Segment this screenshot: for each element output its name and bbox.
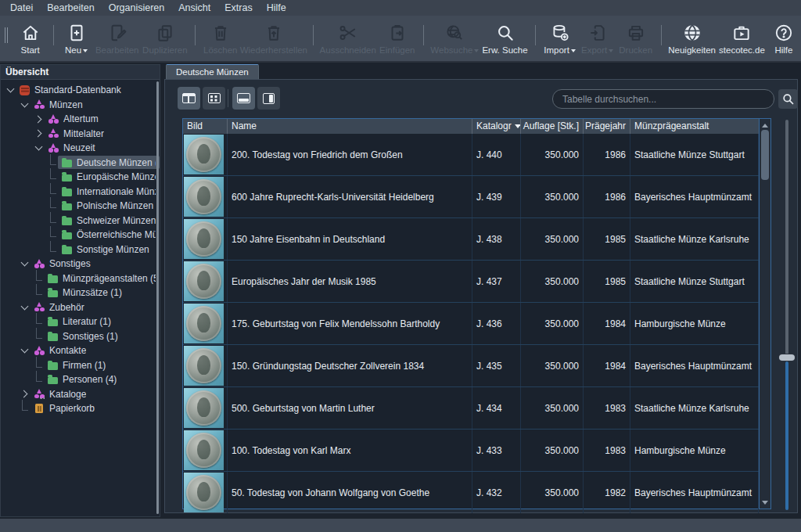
tree-expander-icon[interactable] — [5, 88, 16, 92]
coin-image-cell[interactable] — [183, 303, 228, 344]
tree-item[interactable]: Zubehör — [1, 300, 160, 315]
menu-ansicht[interactable]: Ansicht — [171, 0, 217, 16]
table-view-button[interactable] — [178, 87, 200, 110]
split-vertical-button[interactable] — [257, 87, 280, 110]
column-header-katalog[interactable]: Katalogr — [472, 119, 521, 134]
export-button[interactable]: Export — [578, 19, 616, 59]
tree-expander-icon[interactable] — [48, 189, 58, 194]
tree-item[interactable]: Deutsche Münzen (... — [1, 156, 160, 171]
150. Gründungstag Deutscher Zollverein 1834[interactable]: 150. Gründungstag Deutscher Zollverein 1… — [183, 345, 759, 387]
200. Todestag von Friedrich dem Großen[interactable]: 200. Todestag von Friedrich dem Großen J… — [183, 134, 759, 176]
150 Jahre Eisenbahn in Deutschland[interactable]: 150 Jahre Eisenbahn in Deutschland J. 43… — [183, 218, 759, 261]
chevron-down-icon[interactable] — [571, 49, 576, 53]
tree-item[interactable]: Papierkorb — [1, 401, 160, 416]
tree-item[interactable]: Literatur (1) — [1, 315, 160, 329]
tree-item[interactable]: Sonstiges (1) — [1, 329, 160, 344]
tree-expander-icon[interactable] — [20, 349, 30, 352]
split-horizontal-button[interactable] — [232, 87, 255, 110]
tree-expander-icon[interactable] — [20, 103, 30, 106]
einfuegen-button[interactable]: Einfügen — [377, 19, 418, 59]
tree-expander-icon[interactable] — [48, 218, 58, 223]
coin-image-cell[interactable] — [183, 176, 228, 217]
websuche-button[interactable]: Websuche — [429, 19, 481, 59]
tree-item[interactable]: Personen (4) — [1, 372, 160, 387]
search-input[interactable] — [552, 89, 774, 109]
coin-image-cell[interactable] — [183, 218, 228, 260]
50. Todestag von Johann Wolfgang von Goethe[interactable]: 50. Todestag von Johann Wolfgang von Goe… — [183, 472, 759, 513]
hilfe-button[interactable]: Hilfe — [767, 19, 801, 59]
tree-item[interactable]: Münzprägeanstalten (5) — [1, 271, 160, 286]
coin-image-cell[interactable] — [183, 345, 228, 386]
tree-item[interactable]: Sonstige Münzen — [1, 243, 160, 257]
tree-expander-icon[interactable] — [34, 334, 44, 339]
slider-thumb[interactable] — [779, 354, 795, 361]
stecotec-button[interactable]: stecotec.de — [717, 19, 767, 59]
erw-suche-button[interactable]: Erw. Suche — [480, 19, 529, 59]
tree-expander-icon[interactable] — [34, 117, 44, 122]
tree-item[interactable]: Standard-Datenbank — [1, 83, 160, 98]
menu-organisieren[interactable]: Organisieren — [102, 0, 172, 16]
tree-expander-icon[interactable] — [34, 377, 44, 382]
duplizieren-button[interactable]: Duplizieren — [141, 19, 189, 59]
tree-expander-icon[interactable] — [48, 160, 58, 165]
tree-item[interactable]: Altertum — [1, 112, 160, 127]
menu-bearbeiten[interactable]: Bearbeiten — [40, 0, 101, 16]
menu-hilfe[interactable]: Hilfe — [260, 0, 293, 16]
tree-item[interactable]: Kataloge — [1, 387, 160, 402]
tree-expander-icon[interactable] — [48, 232, 58, 237]
toolbar-drag-handle[interactable] — [5, 27, 8, 43]
grid-view-button[interactable] — [203, 87, 225, 110]
table-scrollbar[interactable] — [759, 119, 770, 509]
import-button[interactable]: Import — [541, 19, 579, 59]
600 Jahre Ruprecht-Karls-Universität Heidelberg[interactable]: 600 Jahre Ruprecht-Karls-Universität Hei… — [183, 176, 759, 218]
tab-deutsche-muenzen[interactable]: Deutsche Münzen — [166, 64, 259, 79]
column-header-bild[interactable]: Bild — [183, 119, 228, 134]
tree-expander-icon[interactable] — [48, 174, 58, 179]
chevron-down-icon[interactable] — [474, 49, 479, 53]
tree-item[interactable]: Firmen (1) — [1, 358, 160, 373]
tree-expander-icon[interactable] — [34, 363, 44, 368]
start-button[interactable]: Start — [13, 19, 48, 59]
coin-image-cell[interactable] — [183, 261, 228, 302]
175. Geburtstag von Felix Mendelssohn Bartholdy[interactable]: 175. Geburtstag von Felix Mendelssohn Ba… — [183, 303, 759, 345]
menu-datei[interactable]: Datei — [3, 0, 40, 16]
neuigkeiten-button[interactable]: Neuigkeiten — [666, 19, 717, 59]
coin-image-cell[interactable] — [183, 472, 228, 513]
bearbeiten-button[interactable]: Bearbeiten — [94, 19, 141, 59]
search-button[interactable] — [778, 89, 798, 109]
scroll-up-icon[interactable] — [760, 120, 770, 131]
tree-expander-icon[interactable] — [20, 306, 30, 309]
tree-item[interactable]: Münzsätze (1) — [1, 286, 160, 300]
column-header-praegejahr[interactable]: Prägejahr — [584, 119, 630, 134]
tree-item[interactable]: Neuzeit — [1, 141, 160, 156]
chevron-down-icon[interactable] — [83, 49, 88, 53]
column-header-auflage[interactable]: Auflage [Stk.] — [521, 119, 584, 134]
100. Todestag von Karl Marx[interactable]: 100. Todestag von Karl Marx J. 433 350.0… — [183, 430, 759, 472]
column-header-name[interactable]: Name — [228, 119, 472, 134]
tree-item[interactable]: Sonstiges — [1, 257, 160, 271]
tree-expander-icon[interactable] — [34, 146, 44, 149]
tree-item[interactable]: Polnische Münzen — [1, 199, 160, 214]
tree-expander-icon[interactable] — [48, 203, 58, 208]
neu-button[interactable]: Neu — [59, 19, 94, 59]
tree-item[interactable]: Mittelalter — [1, 127, 160, 142]
tree-expander-icon[interactable] — [34, 319, 44, 324]
drucken-button[interactable]: Drucken — [616, 19, 656, 59]
tree-item[interactable]: Österreichische Mü... — [1, 228, 160, 243]
tree-item[interactable]: Münzen — [1, 98, 160, 113]
ausschneiden-button[interactable]: Ausschneiden — [319, 19, 377, 59]
menu-extras[interactable]: Extras — [217, 0, 259, 16]
tree-expander-icon[interactable] — [20, 262, 30, 265]
wiederherstellen-button[interactable]: Wiederherstellen — [240, 19, 307, 59]
coin-image-cell[interactable] — [183, 387, 228, 429]
tree-item[interactable]: Schweizer Münzen — [1, 214, 160, 228]
sidebar-scrollbar[interactable] — [156, 81, 159, 514]
tree-expander-icon[interactable] — [34, 290, 44, 295]
500. Geburtstag von Martin Luther[interactable]: 500. Geburtstag von Martin Luther J. 434… — [183, 387, 759, 430]
coin-image-cell[interactable] — [183, 430, 228, 471]
slider-track-lower[interactable] — [785, 361, 788, 510]
tree-expander-icon[interactable] — [20, 406, 30, 411]
table-scrollbar-thumb[interactable] — [761, 130, 769, 180]
loeschen-button[interactable]: Löschen — [201, 19, 240, 59]
tree-expander-icon[interactable] — [34, 131, 44, 136]
